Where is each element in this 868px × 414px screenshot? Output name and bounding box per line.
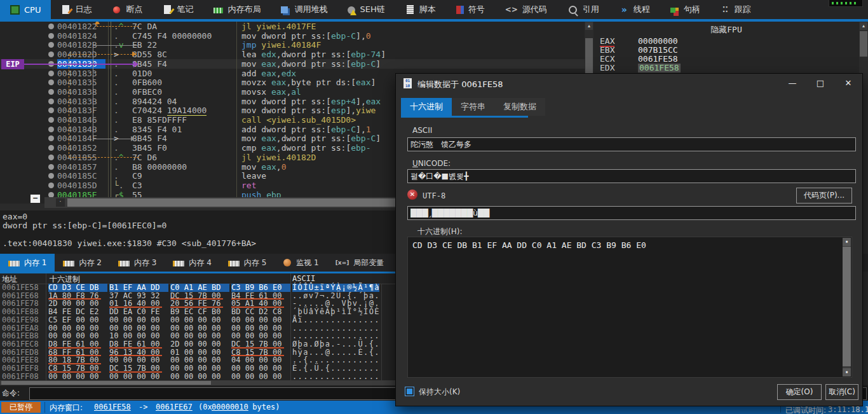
hide-fpu-button[interactable]: 隐藏FPU [593, 22, 859, 36]
dump-hex-group[interactable]: B1 EF AA DD [109, 284, 168, 292]
dump-tab-memory[interactable]: 内存 5 [220, 254, 275, 272]
scroll-up-icon[interactable]: ▴ [585, 22, 593, 30]
dump-hex-group[interactable]: 00 00 00 00 [231, 316, 290, 324]
dump-hex-group[interactable]: 00 00 00 00 [170, 332, 229, 340]
breakpoint-dot[interactable] [48, 164, 54, 170]
dump-row[interactable]: 0061FEB800 00 00 0010 00 00 0000 00 00 0… [0, 332, 394, 340]
dump-row[interactable]: 0061FEC8D8 FE 61 00D8 FE 61 002D 00 00 0… [0, 340, 394, 348]
hex-edit-area[interactable]: CD D3 CE DB B1 EF AA DD C0 A1 AE BD C3 B… [407, 237, 852, 378]
dump-tab-locals[interactable]: [x=]局部变量 [327, 254, 393, 272]
main-tab-log[interactable]: 日志 [51, 0, 102, 19]
unicode-input[interactable] [407, 169, 856, 183]
main-tab-trace[interactable]: ⁚⁚跟踪 [710, 0, 761, 19]
dump-horizontal-scrollbar[interactable] [0, 380, 395, 385]
breakpoint-dot[interactable] [48, 107, 54, 113]
range-to-link[interactable]: 0061FE67 [156, 403, 193, 411]
main-tab-references[interactable]: 引用 [557, 0, 609, 19]
breakpoint-dot[interactable] [48, 71, 54, 76]
breakpoint-dot[interactable] [48, 52, 54, 57]
register-value[interactable]: 0061FE58 [638, 64, 681, 72]
dump-row[interactable]: 0061FEF8C8 15 7B 00DC 15 7B 0000 00 00 0… [0, 364, 394, 373]
dialog-tab[interactable]: 复制数据 [494, 98, 545, 116]
main-tab-symbols[interactable]: 符号 [446, 0, 495, 19]
hex-edit-scrollbar[interactable]: ▪ ▪ [843, 238, 851, 376]
scrollbar-thumb[interactable] [843, 247, 851, 366]
disasm-row[interactable]: 00401824.C745 F4 00000000mov dword ptr s… [0, 31, 585, 41]
breakpoint-dot[interactable] [48, 24, 54, 29]
dump-tab-memory[interactable]: 内存 3 [110, 254, 165, 272]
dump-hex-group[interactable]: 00 00 00 00 [231, 373, 290, 381]
main-tab-source[interactable]: <>源代码 [495, 0, 557, 19]
dump-row[interactable]: 0061FE98C5 EF 00 0000 00 00 0000 00 00 0… [0, 316, 394, 324]
dump-tab-memory[interactable]: 内存 4 [165, 254, 219, 272]
dialog-tab[interactable]: 字符串 [452, 98, 494, 116]
breakpoint-dot[interactable] [48, 42, 54, 48]
dump-hex-group[interactable]: 00 00 00 00 [109, 316, 168, 324]
breakpoint-dot[interactable] [48, 33, 54, 39]
register-value[interactable]: 0061FE58 [638, 55, 678, 64]
dump-hex-group[interactable]: D8 FE 61 00 [48, 340, 107, 348]
breakpoint-dot[interactable] [48, 99, 54, 104]
dump-hex-group[interactable]: BD CC D2 C8 [231, 308, 290, 316]
codepage-button[interactable]: 代码页(P)... [796, 188, 852, 204]
dialog-title-bar[interactable]: 0110 编辑数据于 0061FE58 — □ ✕ [396, 74, 862, 93]
ok-button[interactable]: 确定(O) [777, 384, 822, 400]
dump-tab-memory[interactable]: 内存 1 [0, 254, 55, 272]
dump-hex-group[interactable]: 00 00 00 00 [231, 332, 290, 340]
dump-hex-group[interactable]: 00 00 00 00 [170, 373, 229, 381]
scroll-dot-icon[interactable]: · [56, 198, 65, 207]
utf8-input[interactable] [407, 206, 856, 220]
dump-hex-group[interactable]: CD D3 CE DB [48, 284, 107, 292]
dump-hex-group[interactable]: D8 FE 61 00 [109, 340, 168, 348]
cancel-button[interactable]: 取消(C) [825, 384, 858, 400]
scroll-up-icon[interactable]: ▪ [843, 238, 851, 246]
dialog-tab[interactable]: 十六进制 [401, 98, 452, 116]
minimize-button[interactable]: — [778, 74, 806, 93]
registers-vertical-scrollbar[interactable]: ▴ [859, 22, 868, 73]
dump-row[interactable]: 0061FE58CD D3 CE DBB1 EF AA DDC0 A1 AE B… [0, 284, 394, 292]
register-row[interactable]: EAX00000000 [593, 37, 859, 46]
scroll-up-icon[interactable]: ▴ [860, 22, 867, 30]
main-tab-script[interactable]: 脚本 [395, 0, 446, 19]
dump-row[interactable]: 0061FE88B4 FE DC E2DD EA C0 FEB9 EC CF B… [0, 308, 394, 316]
breakpoint-dot[interactable] [48, 173, 54, 179]
close-button[interactable]: ✕ [834, 74, 862, 93]
ascii-input[interactable] [407, 137, 856, 151]
collapse-block-toggle[interactable]: − [31, 195, 40, 203]
register-row[interactable]: EDX0061FE58 [593, 64, 859, 72]
dump-hex-group[interactable]: C0 A1 AE BD [170, 284, 229, 292]
register-row[interactable]: ECX0061FE58 [593, 55, 859, 64]
main-tab-cpu[interactable]: CPU [0, 0, 51, 19]
main-tab-breakpoint[interactable]: 断点 [102, 0, 153, 19]
dump-hex-group[interactable]: DC 15 7B 00 [109, 364, 168, 373]
scrollbar-thumb[interactable] [1, 381, 211, 385]
range-from-link[interactable]: 0061FE58 [94, 403, 131, 411]
dump-row[interactable]: 0061FF0800 00 00 0000 00 00 0000 00 00 0… [0, 373, 394, 381]
dump-hex-group[interactable]: 10 00 00 00 [109, 332, 168, 340]
hex-edit-value[interactable]: CD D3 CE DB B1 EF AA DD C0 A1 AE BD C3 B… [412, 240, 646, 250]
breakpoint-dot[interactable] [48, 117, 54, 123]
dump-hex-group[interactable]: B9 EC CF B0 [170, 308, 229, 316]
main-tab-handles[interactable]: 句柄 [660, 0, 710, 19]
main-tab-threads[interactable]: »线程 [609, 0, 660, 19]
dump-hex-group[interactable]: 00 00 00 00 [170, 364, 229, 373]
dump-hex-group[interactable]: 00 00 00 00 [231, 364, 290, 373]
register-value[interactable]: 007B15CC [638, 46, 678, 55]
scrollbar-thumb[interactable] [860, 31, 867, 57]
main-tab-notes[interactable]: 笔记 [153, 0, 203, 19]
dump-hex-group[interactable]: 00 00 00 00 [48, 332, 107, 340]
breakpoint-dot[interactable] [48, 155, 54, 160]
dump-hex-group[interactable]: C5 EF 00 00 [48, 316, 107, 324]
dump-hex-group[interactable]: DC 15 7B 00 [231, 340, 290, 348]
dump-tab-watch[interactable]: 监视 1 [275, 254, 327, 272]
dump-hex-group[interactable]: 00 00 00 00 [170, 316, 229, 324]
disasm-row[interactable]: 0040182B.vEB 22jmp yiwei.40184F [0, 40, 585, 50]
maximize-button[interactable]: □ [806, 74, 834, 93]
main-tab-memory-map[interactable]: 内存布局 [203, 0, 271, 19]
dump-hex-group[interactable]: B4 FE DC E2 [48, 308, 107, 316]
dump-hex-group[interactable]: C3 B9 B6 E0 [231, 284, 290, 292]
keep-size-checkbox[interactable] [405, 387, 414, 396]
dump-tab-memory[interactable]: 内存 2 [55, 254, 109, 272]
breakpoint-dot[interactable] [48, 183, 54, 188]
dump-hex-group[interactable]: C8 15 7B 00 [48, 364, 107, 373]
